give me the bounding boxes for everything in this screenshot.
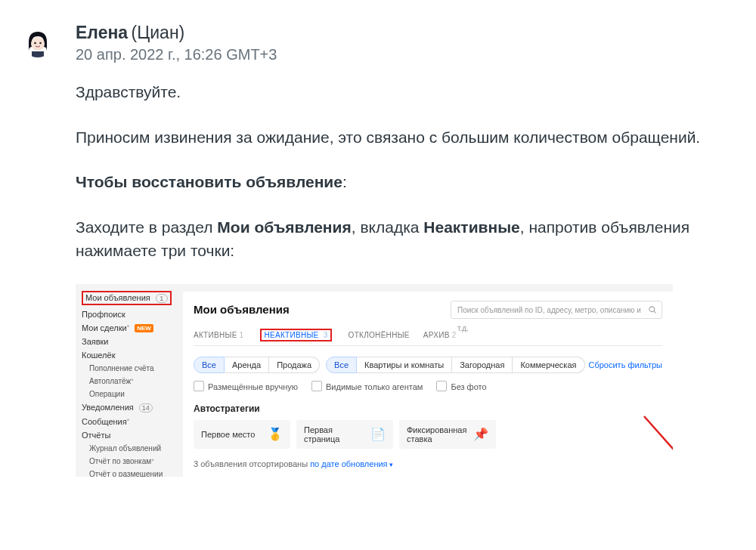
sidebar: Мои объявления 1 Профпоиск Мои сделки* N… [76, 284, 178, 477]
card-first-place[interactable]: Первое место 🥇 [194, 420, 290, 449]
highlight-my-ads: Мои объявления 1 [82, 291, 172, 305]
sidebar-item-profsearch[interactable]: Профпоиск [80, 307, 174, 321]
sort-line: 3 объявления отсортированы по дате обнов… [194, 459, 662, 468]
author-line: Елена (Циан) [76, 23, 741, 43]
sort-link[interactable]: по дате обновления [310, 459, 387, 468]
reset-filters-link[interactable]: Сбросить фильтры [589, 360, 663, 369]
tab-active[interactable]: АКТИВНЫЕ1 [194, 326, 243, 345]
svg-rect-4 [32, 51, 44, 57]
tabs: АКТИВНЫЕ1 НЕАКТИВНЫЕ 3 ОТКЛОНЁННЫЕ АРХИВ… [194, 326, 662, 346]
highlight-inactive: НЕАКТИВНЫЕ 3 [260, 329, 331, 341]
author-name: Елена [76, 23, 128, 42]
filters-row: Все Аренда Продажа Все Квартиры и комнат… [194, 357, 662, 373]
search-input[interactable]: Поиск объявлений по ID, адресу, метро, о… [451, 301, 662, 319]
sidebar-item-wallet[interactable]: Кошелёк [80, 348, 174, 362]
sidebar-item-journal[interactable]: Журнал объявлений [80, 442, 174, 455]
check-manual[interactable]: Размещённые вручную [194, 381, 298, 391]
greeting: Здравствуйте. [76, 80, 741, 104]
new-badge: NEW [135, 324, 153, 332]
avatar-column [23, 23, 76, 477]
svg-point-5 [649, 306, 655, 311]
sidebar-item-topup[interactable]: Пополнение счёта [80, 362, 174, 375]
avatar-image [23, 27, 53, 57]
strategy-cards: Первое место 🥇 Первая страница 📄 Фиксиро… [194, 420, 662, 449]
badge-count: 14 [139, 403, 153, 412]
sidebar-item-calls[interactable]: Отчёт по звонкам* [80, 455, 174, 468]
page-icon: 📄 [370, 427, 386, 441]
chip-all-cat[interactable]: Все [326, 357, 357, 373]
checkbox-row: Размещённые вручную Видимые только агент… [194, 381, 662, 391]
comment-content: Елена (Циан) 20 апр. 2022 г., 16:26 GMT+… [76, 23, 741, 477]
instruction: Заходите в раздел Мои объявления, вкладк… [76, 215, 741, 263]
chip-country[interactable]: Загородная [452, 357, 513, 373]
sidebar-item-my-ads[interactable]: Мои объявления 1 [80, 289, 174, 307]
sidebar-item-placement[interactable]: Отчёт о размещении [80, 468, 174, 476]
svg-point-3 [39, 42, 42, 45]
screenshot-frame: Мои объявления 1 Профпоиск Мои сделки* N… [76, 284, 673, 477]
author-org: (Циан) [132, 23, 185, 42]
sidebar-item-autopay[interactable]: Автоплатёж* [80, 375, 174, 388]
pin-icon: 📌 [473, 427, 488, 441]
search-icon [648, 305, 657, 314]
avatar [23, 27, 53, 57]
page-title: Мои объявления [194, 303, 290, 316]
chipset-category: Все Квартиры и комнаты Загородная Коммер… [326, 357, 584, 373]
card-first-page[interactable]: Первая страница 📄 [296, 420, 393, 449]
medal-icon: 🥇 [268, 427, 283, 441]
sidebar-item-requests[interactable]: Заявки [80, 335, 174, 348]
chevron-down-icon: ▾ [389, 461, 393, 468]
autostrategies-label: Автостратегии [194, 403, 662, 414]
chip-sale[interactable]: Продажа [269, 357, 320, 373]
chip-flats[interactable]: Квартиры и комнаты [357, 357, 452, 373]
sidebar-item-my-deals[interactable]: Мои сделки* NEW [80, 321, 174, 335]
badge-count: 1 [156, 294, 168, 303]
chip-rent[interactable]: Аренда [225, 357, 269, 373]
embedded-screenshot: Мои объявления 1 Профпоиск Мои сделки* N… [76, 284, 741, 477]
svg-point-1 [31, 37, 45, 51]
svg-line-6 [654, 311, 656, 313]
tab-archive[interactable]: АРХИВ2 [423, 326, 457, 345]
apology: Приносим извинения за ожидание, это связ… [76, 125, 741, 150]
comment-body: Здравствуйте. Приносим извинения за ожид… [76, 80, 741, 477]
card-fixed[interactable]: Фиксированная ставка 📌 [399, 420, 496, 449]
sidebar-item-ops[interactable]: Операции [80, 388, 174, 400]
chipset-deal-type: Все Аренда Продажа [194, 357, 320, 373]
tab-inactive[interactable]: НЕАКТИВНЫЕ 3 [257, 326, 334, 345]
check-agents[interactable]: Видимые только агентам [311, 381, 423, 391]
tab-declined[interactable]: ОТКЛОНЁННЫЕ [349, 326, 410, 345]
timestamp: 20 апр. 2022 г., 16:26 GMT+3 [76, 46, 741, 63]
sidebar-item-messages[interactable]: Сообщения* [80, 415, 174, 428]
sidebar-item-notifications[interactable]: Уведомления 14 [80, 400, 174, 415]
sidebar-item-reports[interactable]: Отчёты [80, 428, 174, 442]
restore-heading: Чтобы восстановить объявление: [76, 170, 741, 194]
chip-all[interactable]: Все [194, 357, 225, 373]
svg-point-2 [34, 42, 36, 45]
main-panel: Мои объявления Поиск объявлений по ID, а… [183, 292, 673, 477]
check-nophoto[interactable]: Без фото [436, 381, 486, 391]
comment: Елена (Циан) 20 апр. 2022 г., 16:26 GMT+… [23, 23, 741, 477]
comment-header: Елена (Циан) 20 апр. 2022 г., 16:26 GMT+… [76, 23, 741, 63]
chip-commerce[interactable]: Коммерческая [513, 357, 584, 373]
